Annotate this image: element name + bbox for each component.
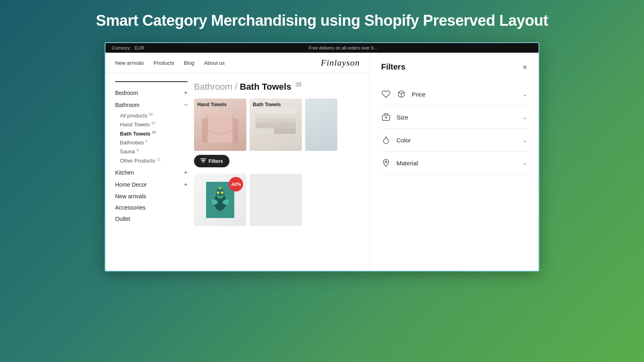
sidebar-new-arrivals-label: New arrivals: [115, 193, 146, 200]
svg-rect-6: [256, 108, 296, 114]
filter-icon: [200, 158, 206, 164]
filter-header: Filters ×: [381, 62, 527, 72]
sidebar-item-accessories[interactable]: Accessories: [115, 202, 188, 213]
breadcrumb-count: 35: [295, 81, 302, 88]
content-area: New arrivals Products Blog About us Finl…: [105, 53, 539, 271]
svg-point-17: [385, 117, 387, 118]
svg-point-14: [217, 191, 219, 194]
page-main-title: Smart Category Merchandising using Shopi…: [96, 12, 548, 29]
filter-close-button[interactable]: ×: [522, 63, 527, 71]
browser-frame: Currency: EUR Free delivery on all order…: [105, 42, 539, 272]
svg-rect-4: [256, 118, 296, 123]
sidebar-item-home-decor[interactable]: Home Decor +: [115, 179, 188, 191]
filter-option-material[interactable]: Material ⌄: [381, 152, 527, 175]
nav-blog[interactable]: Blog: [184, 60, 194, 66]
sidebar-home-decor-label: Home Decor: [115, 181, 147, 188]
hand-towels-illustration: [194, 99, 246, 151]
delivery-text: Free delivery on all orders over 9...: [154, 45, 532, 50]
filter-panel-title: Filters: [381, 62, 405, 72]
filter-color-label: Color: [396, 137, 411, 144]
svg-rect-7: [274, 128, 296, 134]
sidebar-bedroom-label: Bedroom: [115, 90, 138, 96]
svg-rect-16: [382, 115, 390, 120]
sidebar-item-outlet[interactable]: Outlet: [115, 213, 188, 224]
filter-panel: Filters ×: [369, 53, 539, 271]
navigation: New arrivals Products Blog About us Finl…: [105, 53, 369, 73]
svg-rect-9: [201, 160, 205, 161]
nav-links: New arrivals Products Blog About us: [115, 60, 225, 66]
price-tag-icon: [396, 89, 406, 99]
sidebar-sub-bath-towels[interactable]: Bath Towels 35: [120, 129, 188, 138]
products-area: Bathroom / Bath Towels 35 Hand Towels: [194, 81, 360, 263]
breadcrumb-separator: /: [235, 82, 240, 92]
sidebar: Bedroom + Bathroom − All products 99 Han…: [115, 81, 188, 263]
currency-label: Currency: EUR: [112, 45, 144, 50]
svg-point-15: [221, 191, 223, 194]
filter-color-chevron: ⌄: [522, 137, 527, 143]
material-icon: [381, 158, 391, 168]
category-cards: Hand Towels: [194, 99, 360, 151]
shop-area: New arrivals Products Blog About us Finl…: [105, 53, 369, 271]
filter-price-label: Price: [412, 91, 425, 98]
bath-towels-illustration: [250, 99, 302, 151]
category-card-third[interactable]: [305, 99, 337, 151]
filter-price-chevron: ⌄: [522, 91, 527, 97]
category-card-bath-towels[interactable]: Bath Towels: [250, 99, 302, 151]
filter-option-price[interactable]: Price ⌄: [381, 83, 527, 106]
sidebar-sub-other-products[interactable]: Other Products 11: [120, 156, 188, 165]
breadcrumb-current: Bath Towels: [240, 82, 291, 92]
filter-material-chevron: ⌄: [522, 160, 527, 166]
sidebar-sub-bathrobes[interactable]: Bathrobes 6: [120, 138, 188, 147]
product-card-2[interactable]: [250, 174, 302, 226]
brand-logo: Finlayson: [321, 58, 360, 68]
sidebar-divider: [115, 81, 188, 82]
svg-point-18: [385, 161, 387, 163]
sidebar-item-bathroom[interactable]: Bathroom −: [115, 99, 188, 111]
sidebar-bathroom-submenu: All products 99 Hand Towels 33 Bath Towe…: [115, 111, 188, 165]
nav-about-us[interactable]: About us: [204, 60, 225, 66]
svg-rect-3: [256, 123, 296, 128]
filter-size-chevron: ⌄: [522, 114, 527, 120]
filter-material-label: Material: [396, 160, 418, 167]
sidebar-bedroom-toggle: +: [184, 89, 188, 97]
nav-new-arrivals[interactable]: New arrivals: [115, 60, 144, 66]
sidebar-bathroom-label: Bathroom: [115, 102, 140, 108]
sidebar-outlet-label: Outlet: [115, 216, 130, 222]
sidebar-accessories-label: Accessories: [115, 204, 145, 211]
price-icon: [381, 89, 391, 99]
sidebar-item-bedroom[interactable]: Bedroom +: [115, 87, 188, 99]
filter-size-label: Size: [396, 114, 408, 121]
svg-rect-5: [256, 113, 296, 119]
nav-products[interactable]: Products: [154, 60, 174, 66]
svg-point-13: [216, 188, 224, 200]
sidebar-kitchen-toggle: +: [184, 169, 188, 176]
svg-rect-2: [208, 113, 232, 143]
size-icon: [381, 112, 391, 122]
filters-button[interactable]: Filters: [194, 155, 229, 167]
category-card-hand-towels[interactable]: Hand Towels: [194, 99, 246, 151]
filter-option-material-left: Material: [381, 158, 418, 168]
breadcrumb: Bathroom / Bath Towels 35: [194, 81, 360, 92]
sidebar-sub-sauna[interactable]: Sauna 6: [120, 147, 188, 156]
color-icon: [381, 135, 391, 145]
sidebar-home-decor-toggle: +: [184, 181, 188, 188]
filters-button-label: Filters: [208, 158, 223, 164]
svg-rect-10: [202, 162, 204, 162]
sidebar-sub-hand-towels[interactable]: Hand Towels 33: [120, 120, 188, 129]
discount-badge-1: -62%: [229, 177, 243, 191]
product-card-1[interactable]: -62%: [194, 174, 246, 226]
top-bar: Currency: EUR Free delivery on all order…: [105, 43, 539, 53]
breadcrumb-text: Bathroom / Bath Towels 35: [194, 82, 301, 92]
page-content: Bedroom + Bathroom − All products 99 Han…: [105, 73, 369, 271]
product-grid: -62%: [194, 174, 360, 263]
filter-option-size[interactable]: Size ⌄: [381, 106, 527, 129]
sidebar-item-kitchen[interactable]: Kitchen +: [115, 167, 188, 179]
sidebar-sub-all-products[interactable]: All products 99: [120, 111, 188, 120]
svg-rect-8: [200, 158, 206, 159]
filter-option-color[interactable]: Color ⌄: [381, 129, 527, 152]
breadcrumb-parent: Bathroom: [194, 82, 232, 92]
sidebar-kitchen-label: Kitchen: [115, 169, 134, 176]
sidebar-item-new-arrivals[interactable]: New arrivals: [115, 191, 188, 202]
filter-option-color-left: Color: [381, 135, 411, 145]
sidebar-bathroom-toggle: −: [184, 101, 188, 109]
